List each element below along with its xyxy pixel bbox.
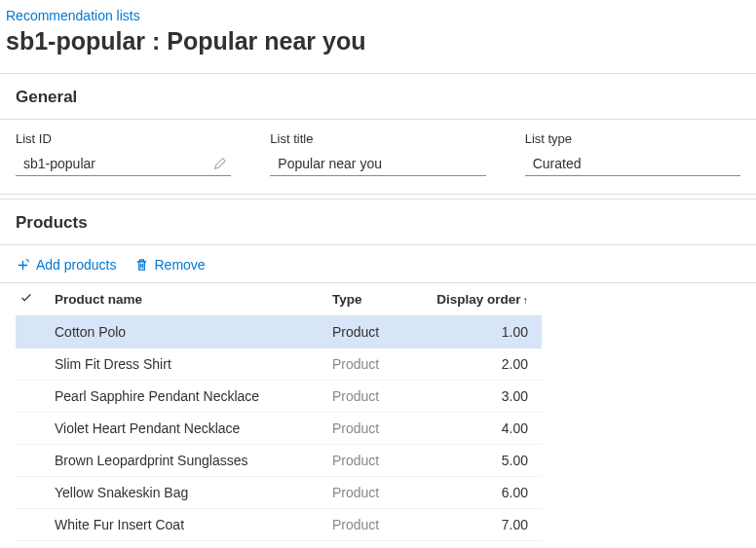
- pencil-icon: [213, 157, 227, 170]
- add-icon: [16, 258, 30, 273]
- product-name-cell: Brown Leopardprint Sunglasses: [43, 445, 328, 477]
- product-type-cell: Product: [328, 445, 403, 477]
- display-order-cell: 1.00: [403, 316, 542, 348]
- table-row[interactable]: White Fur Insert CoatProduct7.00: [16, 509, 542, 541]
- input-list-type-value: Curated: [533, 156, 582, 171]
- column-header-type[interactable]: Type: [328, 283, 403, 316]
- row-select-cell[interactable]: [16, 509, 43, 541]
- field-label-list-type: List type: [525, 131, 740, 146]
- input-list-type[interactable]: Curated: [525, 152, 740, 176]
- products-toolbar: Add products Remove: [0, 245, 756, 283]
- field-list-id: List ID sb1-popular: [16, 131, 231, 176]
- product-name-cell: Cotton Polo: [43, 316, 328, 348]
- display-order-cell: 4.00: [403, 413, 542, 445]
- sort-ascending-icon: ↑: [523, 294, 529, 306]
- section-header-general: General: [0, 74, 756, 120]
- display-order-cell: 2.00: [403, 348, 542, 381]
- input-list-title[interactable]: Popular near you: [270, 152, 485, 176]
- field-list-title: List title Popular near you: [270, 131, 485, 176]
- row-select-cell[interactable]: [16, 477, 43, 509]
- trash-icon: [134, 258, 149, 273]
- column-select-all[interactable]: [16, 283, 43, 316]
- column-header-name[interactable]: Product name: [43, 283, 328, 316]
- product-type-cell: Product: [328, 348, 403, 381]
- product-name-cell: White Fur Insert Coat: [43, 509, 328, 541]
- table-row[interactable]: Cotton PoloProduct1.00: [16, 316, 542, 348]
- column-header-order-label: Display order: [436, 292, 520, 307]
- remove-button[interactable]: Remove: [134, 257, 206, 273]
- display-order-cell: 6.00: [403, 477, 542, 509]
- row-select-cell[interactable]: [16, 413, 43, 445]
- table-row[interactable]: Violet Heart Pendant NecklaceProduct4.00: [16, 413, 542, 445]
- section-products: Products Add products Remove Product nam…: [0, 199, 756, 541]
- table-row[interactable]: Brown Leopardprint SunglassesProduct5.00: [16, 445, 542, 477]
- table-row[interactable]: Slim Fit Dress ShirtProduct2.00: [16, 348, 542, 381]
- product-name-cell: Yellow Snakeskin Bag: [43, 477, 328, 509]
- product-name-cell: Violet Heart Pendant Necklace: [43, 413, 328, 445]
- section-general: General List ID sb1-popular List title P…: [0, 73, 756, 195]
- product-name-cell: Slim Fit Dress Shirt: [43, 348, 328, 381]
- add-products-button[interactable]: Add products: [16, 257, 117, 273]
- add-products-label: Add products: [36, 257, 117, 273]
- row-select-cell[interactable]: [16, 316, 43, 348]
- input-list-id-value: sb1-popular: [23, 156, 95, 171]
- product-type-cell: Product: [328, 381, 403, 413]
- product-type-cell: Product: [328, 413, 403, 445]
- product-type-cell: Product: [328, 316, 403, 348]
- display-order-cell: 3.00: [403, 381, 542, 413]
- checkmark-icon: [19, 291, 33, 305]
- remove-label: Remove: [155, 257, 206, 273]
- table-row[interactable]: Pearl Sapphire Pendant NecklaceProduct3.…: [16, 381, 542, 413]
- input-list-title-value: Popular near you: [278, 156, 382, 171]
- display-order-cell: 5.00: [403, 445, 542, 477]
- section-header-products: Products: [0, 200, 756, 245]
- product-name-cell: Pearl Sapphire Pendant Necklace: [43, 381, 328, 413]
- row-select-cell[interactable]: [16, 348, 43, 381]
- display-order-cell: 7.00: [403, 509, 542, 541]
- row-select-cell[interactable]: [16, 381, 43, 413]
- input-list-id[interactable]: sb1-popular: [16, 152, 231, 176]
- page-title: sb1-popular : Popular near you: [0, 25, 756, 69]
- product-type-cell: Product: [328, 509, 403, 541]
- breadcrumb-link[interactable]: Recommendation lists: [0, 0, 756, 25]
- field-label-list-title: List title: [270, 131, 485, 146]
- products-table: Product name Type Display order↑ Cotton …: [16, 283, 542, 541]
- row-select-cell[interactable]: [16, 445, 43, 477]
- column-header-order[interactable]: Display order↑: [403, 283, 542, 316]
- product-type-cell: Product: [328, 477, 403, 509]
- table-header-row: Product name Type Display order↑: [16, 283, 542, 316]
- table-row[interactable]: Yellow Snakeskin BagProduct6.00: [16, 477, 542, 509]
- field-label-list-id: List ID: [16, 131, 231, 146]
- field-list-type: List type Curated: [525, 131, 740, 176]
